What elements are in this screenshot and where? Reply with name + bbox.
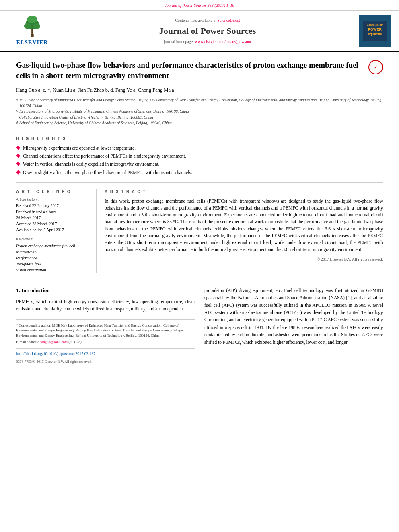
article-history-label: Article history: bbox=[16, 197, 90, 202]
sciencedirect-link[interactable]: ScienceDirect bbox=[217, 18, 240, 23]
intro-left-col: 1. Introduction PEMFCs, which exhibit hi… bbox=[16, 287, 195, 365]
footnote-email-line: E-mail address: hanguo@sohu.com (H. Guo)… bbox=[16, 339, 195, 345]
intro-right-paragraph: propulsion (AIP) diving equipment, etc. … bbox=[204, 287, 383, 346]
svg-text:POWER: POWER bbox=[368, 27, 382, 31]
authors-text: Hang Guo a, c, *, Xuan Liu a, Jian Fu Zh… bbox=[16, 87, 174, 93]
footnote-star-text: * Corresponding author. MOE Key Laborato… bbox=[16, 323, 195, 338]
issn-line: 0378-7753/© 2017 Elsevier B.V. All right… bbox=[16, 359, 92, 364]
journal-ref: Journal of Power Sources 353 (2017) 1–10 bbox=[165, 3, 234, 8]
affiliation-c: c Collaborative Innovation Center of Ele… bbox=[16, 115, 383, 120]
dates-group: Received 22 January 2017 Received in rev… bbox=[16, 203, 90, 233]
elsevier-label: ELSEVIER bbox=[16, 39, 48, 47]
article-title-section: Gas-liquid two-phase flow behaviors and … bbox=[16, 60, 383, 80]
bottom-bar: http://dx.doi.org/10.1016/j.jpowsour.201… bbox=[16, 348, 195, 365]
online-date: Available online 5 April 2017 bbox=[16, 227, 90, 233]
abstract-section: A B S T R A C T In this work, proton exc… bbox=[105, 189, 383, 273]
keywords-section: Keywords: Proton exchange membrane fuel … bbox=[16, 237, 90, 273]
footnote-email-link[interactable]: hanguo@sohu.com bbox=[39, 340, 68, 344]
article-info: A R T I C L E I N F O Article history: R… bbox=[16, 189, 97, 273]
journal-homepage-link[interactable]: www.elsevier.com/locate/jpowsour bbox=[195, 39, 251, 44]
journal-header: ELSEVIER Contents lists available at Sci… bbox=[0, 11, 399, 52]
accepted-date: Accepted 28 March 2017 bbox=[16, 221, 90, 227]
svg-text:SOURCES: SOURCES bbox=[368, 33, 382, 36]
highlight-item-4: ◆ Gravity slightly affects the two-phase… bbox=[16, 169, 383, 176]
revised-date: 26 March 2017 bbox=[16, 215, 90, 221]
revised-label: Received in revised form bbox=[16, 209, 90, 215]
keyword-2: Microgravity bbox=[16, 249, 90, 255]
affiliation-a: a MOE Key Laboratory of Enhanced Heat Tr… bbox=[16, 97, 383, 109]
highlight-item-1: ◆ Microgravity experiments are operated … bbox=[16, 145, 383, 151]
introduction-section: 1. Introduction PEMFCs, which exhibit hi… bbox=[16, 287, 383, 365]
highlight-item-3: ◆ Water in vertical channels is easily e… bbox=[16, 161, 383, 167]
introduction-heading: 1. Introduction bbox=[16, 287, 195, 294]
highlights-label: H I G H L I G H T S bbox=[16, 136, 383, 142]
keyword-5: Visual observation bbox=[16, 267, 90, 273]
svg-point-5 bbox=[27, 16, 37, 23]
article-title: Gas-liquid two-phase flow behaviors and … bbox=[16, 60, 364, 80]
intro-right-col: propulsion (AIP) diving equipment, etc. … bbox=[204, 287, 383, 365]
abstract-text: In this work, proton exchange membrane f… bbox=[105, 198, 383, 253]
svg-point-4 bbox=[33, 23, 40, 29]
authors-line: Hang Guo a, c, *, Xuan Liu a, Jian Fu Zh… bbox=[16, 87, 383, 94]
abstract-label: A B S T R A C T bbox=[105, 189, 383, 195]
elsevier-tree-icon bbox=[16, 16, 48, 38]
bullet-icon: ◆ bbox=[16, 169, 21, 175]
crossmark-badge[interactable]: ✓ bbox=[368, 60, 383, 74]
journal-title: Journal of Power Sources bbox=[60, 25, 355, 37]
journal-top-bar: Journal of Power Sources 353 (2017) 1–10 bbox=[0, 0, 399, 11]
article-info-label: A R T I C L E I N F O bbox=[16, 189, 90, 195]
affiliation-d: d School of Engineering Science, Univers… bbox=[16, 120, 383, 126]
affiliation-b: b Key Laboratory of Microgravity, Instit… bbox=[16, 109, 383, 114]
article-info-abstract: A R T I C L E I N F O Article history: R… bbox=[16, 189, 383, 280]
main-content: Gas-liquid two-phase flow behaviors and … bbox=[0, 52, 399, 379]
keyword-3: Performance bbox=[16, 255, 90, 261]
elsevier-logo: ELSEVIER bbox=[8, 16, 56, 47]
bullet-icon: ◆ bbox=[16, 161, 21, 166]
sciencedirect-line: Contents lists available at ScienceDirec… bbox=[60, 18, 355, 23]
keywords-label: Keywords: bbox=[16, 237, 90, 242]
keyword-4: Two-phase flow bbox=[16, 261, 90, 267]
bullet-icon: ◆ bbox=[16, 145, 21, 150]
introduction-body: 1. Introduction PEMFCs, which exhibit hi… bbox=[16, 287, 383, 365]
intro-left-paragraph: PEMFCs, which exhibit high energy conver… bbox=[16, 298, 195, 313]
footnote-section: * Corresponding author. MOE Key Laborato… bbox=[16, 319, 195, 344]
svg-text:JOURNAL OF: JOURNAL OF bbox=[367, 24, 383, 26]
keyword-1: Proton exchange membrane fuel cell bbox=[16, 243, 90, 249]
journal-center: Contents lists available at ScienceDirec… bbox=[60, 18, 355, 45]
affiliations: a MOE Key Laboratory of Enhanced Heat Tr… bbox=[16, 97, 383, 131]
power-sources-logo: JOURNAL OF POWER SOURCES bbox=[359, 15, 391, 47]
journal-homepage: journal homepage: www.elsevier.com/locat… bbox=[60, 39, 355, 45]
svg-point-3 bbox=[24, 23, 31, 29]
highlights-section: H I G H L I G H T S ◆ Microgravity exper… bbox=[16, 136, 383, 182]
highlight-item-2: ◆ Channel orientations affect the perfor… bbox=[16, 153, 383, 159]
copyright-line: © 2017 Elsevier B.V. All rights reserved… bbox=[105, 257, 383, 262]
bullet-icon: ◆ bbox=[16, 153, 21, 158]
doi-link[interactable]: http://dx.doi.org/10.1016/j.jpowsour.201… bbox=[16, 351, 195, 357]
received-date: Received 22 January 2017 bbox=[16, 203, 90, 209]
